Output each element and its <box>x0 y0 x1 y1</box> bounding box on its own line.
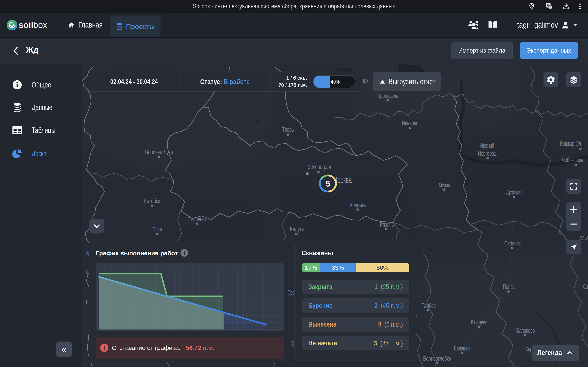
svg-text:Чебоксары: Чебоксары <box>562 156 583 164</box>
svg-text:5: 5 <box>325 179 330 188</box>
svg-text:文: 文 <box>549 6 552 9</box>
svg-text:Орё: Орё <box>287 289 294 296</box>
svg-text:Иваново: Иваново <box>402 119 418 127</box>
svg-text:Тверь: Тверь <box>282 126 294 133</box>
svg-text:г: г <box>86 298 88 305</box>
svg-text:Йошкар-Ол: Йошкар-Ол <box>560 140 581 147</box>
svg-text:Саранск: Саранск <box>504 240 521 247</box>
svg-text:Пенза: Пенза <box>503 283 515 290</box>
svg-text:Балашов: Балашов <box>454 345 470 352</box>
svg-text:Балаково: Балаково <box>516 327 535 334</box>
svg-text:Смоленск: Смоленск <box>188 216 206 223</box>
svg-text:Зеленоград: Зеленоград <box>308 163 331 170</box>
svg-text:Великие Луки: Великие Луки <box>145 149 173 156</box>
svg-text:Ярославль: Ярославль <box>377 92 398 99</box>
svg-text:Ртищево: Ртищево <box>471 319 487 325</box>
svg-text:Нижний: Нижний <box>480 142 494 150</box>
svg-text:Коломна: Коломна <box>350 201 366 209</box>
svg-text:нск: нск <box>361 77 368 84</box>
svg-text:Орша: Орша <box>153 226 162 233</box>
svg-text:Муром: Муром <box>439 182 450 189</box>
svg-text:Б: Б <box>86 268 88 275</box>
svg-text:Борисоглебск: Борисоглебск <box>423 355 451 362</box>
svg-text:Витебск: Витебск <box>144 197 160 205</box>
svg-text:Калуга: Калуга <box>290 226 304 233</box>
svg-text:Рязань: Рязань <box>380 221 394 228</box>
svg-text:Тамбов: Тамбов <box>422 302 436 309</box>
svg-text:Сы: Сы <box>583 283 588 290</box>
svg-text:Новгород: Новгород <box>478 150 497 157</box>
svg-text:Арзамас: Арзамас <box>506 189 522 196</box>
